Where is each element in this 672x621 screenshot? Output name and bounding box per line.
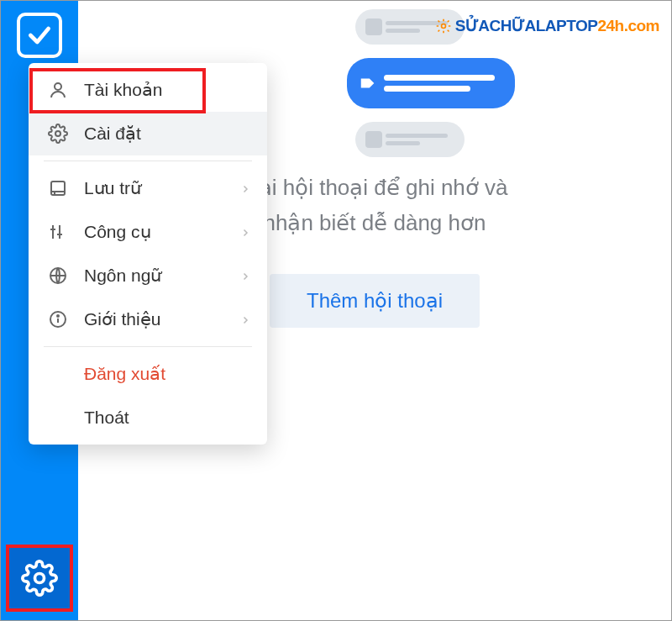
- chevron-right-icon: [240, 309, 250, 329]
- watermark-gear-icon: [435, 18, 452, 34]
- watermark-text-2: 24h.com: [597, 17, 659, 34]
- gear-icon: [45, 124, 71, 144]
- svg-point-0: [35, 574, 45, 583]
- svg-rect-3: [51, 182, 65, 195]
- watermark: SỬACHỮALAPTOP24h.com: [435, 16, 659, 35]
- menu-item-account[interactable]: Tài khoản: [29, 68, 267, 112]
- menu-item-about[interactable]: Giới thiệu: [29, 297, 267, 341]
- menu-label: Cài đặt: [84, 124, 141, 144]
- menu-label: Đăng xuất: [84, 364, 165, 384]
- menu-divider: [44, 161, 252, 161]
- add-conversation-button[interactable]: Thêm hội thoại: [270, 274, 480, 328]
- menu-item-storage[interactable]: Lưu trữ: [29, 166, 267, 210]
- svg-point-11: [57, 315, 59, 317]
- menu-label: Thoát: [84, 408, 129, 428]
- svg-point-12: [441, 24, 445, 28]
- svg-point-1: [55, 83, 61, 90]
- watermark-text-1: SỬACHỮALAPTOP: [455, 17, 598, 34]
- menu-item-logout[interactable]: Đăng xuất: [29, 352, 267, 396]
- menu-label: Giới thiệu: [84, 309, 160, 329]
- user-icon: [45, 80, 71, 100]
- menu-item-language[interactable]: Ngôn ngữ: [29, 254, 267, 297]
- checkbox-nav-button[interactable]: [17, 13, 62, 58]
- menu-divider: [44, 346, 252, 347]
- instruction-line1: loại hội thoại để ghi nhớ và: [241, 175, 507, 200]
- settings-popup: Tài khoản Cài đặt Lưu trữ Công cụ Ngôn n…: [29, 63, 267, 445]
- chevron-right-icon: [240, 178, 250, 198]
- tag-icon: [359, 74, 377, 92]
- chevron-right-icon: [240, 222, 250, 242]
- menu-item-tools[interactable]: Công cụ: [29, 210, 267, 254]
- chevron-right-icon: [240, 266, 250, 286]
- menu-label: Ngôn ngữ: [84, 266, 161, 286]
- settings-gear-button[interactable]: [6, 545, 73, 612]
- info-icon: [45, 309, 71, 329]
- menu-label: Tài khoản: [84, 80, 163, 100]
- globe-icon: [45, 266, 71, 286]
- menu-label: Công cụ: [84, 222, 151, 242]
- save-icon: [45, 178, 71, 198]
- chat-bubble-blue: [347, 58, 515, 108]
- menu-label: Lưu trữ: [84, 178, 141, 198]
- svg-point-2: [55, 131, 60, 136]
- menu-item-settings[interactable]: Cài đặt: [29, 112, 267, 155]
- chat-bubble-grey: [355, 122, 465, 157]
- menu-item-exit[interactable]: Thoát: [29, 396, 267, 439]
- sliders-icon: [45, 222, 71, 242]
